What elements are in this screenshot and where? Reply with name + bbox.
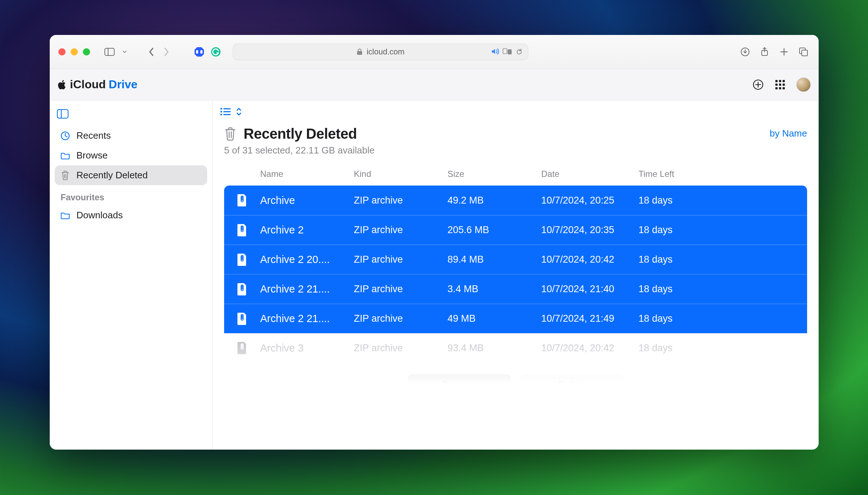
file-kind: ZIP archive [354, 254, 448, 265]
svg-rect-12 [802, 50, 807, 56]
file-kind: ZIP archive [354, 224, 448, 236]
file-name: Archive 2 21.... [260, 283, 354, 295]
svg-rect-18 [779, 84, 781, 86]
svg-point-39 [241, 289, 242, 290]
svg-rect-3 [196, 50, 198, 54]
clock-icon [61, 131, 70, 141]
view-options-button[interactable] [236, 107, 242, 116]
svg-rect-7 [503, 49, 507, 54]
file-name: Archive 2 21.... [260, 313, 354, 325]
recover-button[interactable]: Recover [408, 374, 511, 394]
delete-button[interactable]: Delete [520, 374, 624, 394]
file-name: Archive 2 [260, 224, 354, 236]
page-subtitle: 5 of 31 selected, 22.11 GB available [224, 145, 375, 156]
app-launcher-icon[interactable] [775, 79, 785, 90]
app-header: iCloud Drive [50, 69, 819, 101]
sidebar-item-recently-deleted[interactable]: Recently Deleted [55, 165, 207, 185]
brand-prefix: iCloud [70, 78, 106, 91]
address-bar[interactable]: icloud.com [233, 44, 528, 60]
column-size[interactable]: Size [448, 169, 541, 179]
file-name: Archive 3 [260, 342, 354, 354]
sidebar-item-recents[interactable]: Recents [55, 126, 207, 146]
column-time-left[interactable]: Time Left [638, 169, 800, 179]
table-row[interactable]: Archive 2ZIP archive205.6 MB10/7/2024, 2… [224, 215, 807, 245]
svg-point-37 [241, 260, 242, 261]
file-kind: ZIP archive [354, 195, 448, 206]
zoom-window-button[interactable] [83, 48, 90, 55]
url-text: icloud.com [366, 47, 404, 57]
svg-point-26 [221, 108, 222, 110]
sidebar-toggle-button[interactable] [103, 45, 116, 58]
window-controls [58, 48, 90, 55]
file-size: 3.4 MB [448, 284, 541, 295]
file-time-left: 18 days [638, 195, 800, 206]
apple-logo-icon [58, 79, 67, 90]
reload-icon[interactable] [516, 48, 523, 55]
zip-file-icon [224, 223, 260, 237]
svg-point-28 [221, 111, 222, 113]
app-brand[interactable]: iCloud Drive [58, 78, 138, 91]
sort-button[interactable]: by Name [770, 126, 807, 139]
file-size: 49.2 MB [448, 195, 541, 206]
trash-icon [224, 127, 236, 141]
file-date: 10/7/2024, 21:40 [541, 284, 638, 295]
file-date: 10/7/2024, 21:49 [541, 313, 638, 324]
file-date: 10/7/2024, 20:25 [541, 195, 638, 206]
svg-marker-2 [195, 47, 204, 57]
svg-rect-21 [779, 87, 781, 89]
sidebar: Recents Browse Recently Deleted Favourit… [50, 101, 213, 450]
tabs-overview-button[interactable] [797, 45, 810, 58]
svg-rect-29 [223, 111, 231, 112]
svg-rect-16 [783, 80, 785, 82]
file-time-left: 18 days [638, 313, 800, 324]
zip-file-icon [224, 341, 260, 355]
svg-rect-0 [105, 48, 114, 55]
share-button[interactable] [758, 45, 771, 58]
extension-grammarly-icon[interactable] [210, 46, 221, 57]
sidebar-section-favourites: Favourites [55, 185, 207, 205]
folder-icon [61, 152, 70, 160]
table-row[interactable]: ArchiveZIP archive49.2 MB10/7/2024, 20:2… [224, 186, 807, 215]
sidebar-collapse-button[interactable] [57, 109, 207, 119]
column-date[interactable]: Date [541, 169, 638, 179]
forward-button[interactable] [160, 45, 173, 58]
file-kind: ZIP archive [354, 284, 448, 295]
sidebar-item-label: Downloads [76, 210, 123, 221]
table-row[interactable]: Archive 3ZIP archive93.4 MB10/7/2024, 20… [224, 333, 807, 363]
file-time-left: 18 days [638, 343, 800, 354]
minimize-window-button[interactable] [71, 48, 78, 55]
tab-group-menu[interactable] [118, 45, 131, 58]
table-row[interactable]: Archive 2 20....ZIP archive89.4 MB10/7/2… [224, 245, 807, 274]
upload-button[interactable] [752, 79, 764, 90]
svg-rect-6 [357, 51, 362, 55]
translate-icon[interactable] [503, 48, 512, 55]
brand-suffix: Drive [109, 78, 138, 91]
file-time-left: 18 days [638, 284, 800, 295]
svg-rect-15 [779, 80, 781, 82]
svg-rect-8 [508, 49, 512, 54]
file-name: Archive 2 20.... [260, 254, 354, 266]
file-kind: ZIP archive [354, 313, 448, 324]
downloads-button[interactable] [739, 45, 752, 58]
svg-rect-17 [775, 84, 778, 86]
back-button[interactable] [145, 45, 158, 58]
zip-file-icon [224, 193, 260, 207]
zip-file-icon [224, 253, 260, 267]
account-avatar[interactable] [796, 77, 811, 92]
new-tab-button[interactable] [778, 45, 791, 58]
column-kind[interactable]: Kind [354, 169, 448, 179]
svg-rect-23 [57, 110, 68, 118]
list-view-button[interactable] [220, 107, 231, 116]
file-time-left: 18 days [638, 224, 800, 236]
column-name[interactable]: Name [260, 169, 354, 179]
extension-adblock-icon[interactable] [194, 46, 205, 57]
browser-window: icloud.com [50, 35, 819, 450]
table-row[interactable]: Archive 2 21....ZIP archive49 MB10/7/202… [224, 304, 807, 333]
svg-point-41 [241, 319, 242, 320]
close-window-button[interactable] [58, 48, 66, 55]
sidebar-item-browse[interactable]: Browse [55, 146, 207, 165]
table-row[interactable]: Archive 2 21....ZIP archive3.4 MB10/7/20… [224, 274, 807, 304]
page-title: Recently Deleted [244, 126, 357, 142]
audio-indicator-icon[interactable] [491, 48, 499, 55]
sidebar-item-downloads[interactable]: Downloads [55, 205, 207, 225]
